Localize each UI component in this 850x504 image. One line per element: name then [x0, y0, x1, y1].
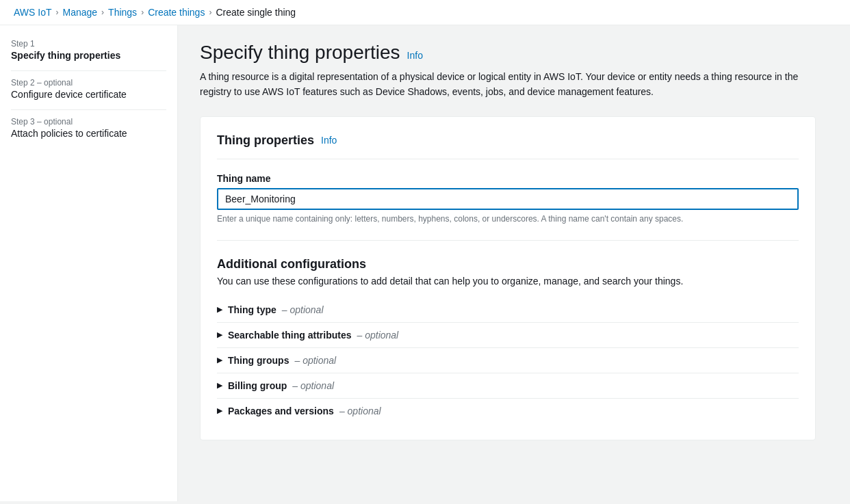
- step-3-label: Step 3 – optional: [11, 117, 166, 127]
- collapsible-packages[interactable]: ▶ Packages and versions – optional: [217, 399, 799, 423]
- breadcrumb-sep-3: ›: [141, 8, 144, 17]
- sidebar: Step 1 Specify thing properties Step 2 –…: [0, 25, 178, 501]
- breadcrumb-create-things[interactable]: Create things: [148, 7, 205, 18]
- step-1-label: Step 1: [11, 39, 166, 49]
- breadcrumb: AWS IoT › Manage › Things › Create thing…: [0, 0, 850, 25]
- billing-group-optional: – optional: [292, 380, 334, 391]
- collapsible-searchable-attrs[interactable]: ▶ Searchable thing attributes – optional: [217, 323, 799, 348]
- additional-title: Additional configurations: [217, 257, 799, 271]
- sidebar-step-1: Step 1 Specify thing properties: [11, 39, 166, 61]
- breadcrumb-sep-4: ›: [209, 8, 211, 17]
- thing-name-group: Thing name Enter a unique name containin…: [217, 173, 799, 241]
- searchable-attrs-label: Searchable thing attributes: [228, 330, 351, 341]
- additional-configurations: Additional configurations You can use th…: [217, 257, 799, 423]
- thing-groups-label: Thing groups: [228, 355, 289, 366]
- step-divider-1: [11, 70, 166, 71]
- step-2-title: Configure device certificate: [11, 89, 166, 100]
- thing-properties-card: Thing properties Info Thing name Enter a…: [200, 116, 816, 440]
- arrow-icon-thing-groups: ▶: [217, 356, 222, 364]
- arrow-icon-searchable: ▶: [217, 330, 222, 339]
- step-1-title: Specify thing properties: [11, 50, 166, 61]
- thing-groups-optional: – optional: [294, 355, 336, 366]
- sidebar-step-2: Step 2 – optional Configure device certi…: [11, 78, 166, 100]
- packages-optional: – optional: [339, 406, 381, 416]
- arrow-icon-thing-type: ▶: [217, 305, 222, 314]
- page-title: Specify thing properties: [200, 42, 400, 64]
- step-3-title: Attach policies to certificate: [11, 128, 166, 139]
- breadcrumb-manage[interactable]: Manage: [63, 7, 98, 18]
- packages-label: Packages and versions: [228, 406, 334, 416]
- page-info-link[interactable]: Info: [407, 50, 423, 61]
- thing-name-hint: Enter a unique name containing only: let…: [217, 214, 799, 224]
- breadcrumb-things[interactable]: Things: [108, 7, 137, 18]
- collapsible-thing-type[interactable]: ▶ Thing type – optional: [217, 297, 799, 323]
- arrow-icon-billing: ▶: [217, 381, 222, 390]
- collapsible-billing-group[interactable]: ▶ Billing group – optional: [217, 373, 799, 399]
- billing-group-label: Billing group: [228, 380, 287, 391]
- main-content: Specify thing properties Info A thing re…: [178, 25, 850, 501]
- searchable-attrs-optional: – optional: [357, 330, 398, 341]
- arrow-icon-packages: ▶: [217, 406, 222, 415]
- sidebar-step-3: Step 3 – optional Attach policies to cer…: [11, 117, 166, 139]
- thing-type-label: Thing type: [228, 304, 276, 315]
- additional-desc: You can use these configurations to add …: [217, 276, 799, 287]
- breadcrumb-aws-iot[interactable]: AWS IoT: [14, 7, 52, 18]
- step-divider-2: [11, 109, 166, 110]
- thing-type-optional: – optional: [282, 304, 324, 315]
- breadcrumb-current: Create single thing: [216, 7, 296, 18]
- breadcrumb-sep-1: ›: [56, 8, 59, 17]
- page-title-row: Specify thing properties Info: [200, 42, 828, 64]
- section-info-link[interactable]: Info: [321, 135, 337, 146]
- section-title-row: Thing properties Info: [217, 133, 799, 159]
- collapsible-thing-groups[interactable]: ▶ Thing groups – optional: [217, 348, 799, 373]
- step-2-label: Step 2 – optional: [11, 78, 166, 88]
- page-layout: Step 1 Specify thing properties Step 2 –…: [0, 25, 850, 501]
- thing-name-input[interactable]: [217, 188, 799, 210]
- thing-name-label: Thing name: [217, 173, 799, 184]
- section-title: Thing properties: [217, 133, 314, 148]
- breadcrumb-sep-2: ›: [101, 8, 104, 17]
- page-description: A thing resource is a digital representa…: [200, 69, 816, 100]
